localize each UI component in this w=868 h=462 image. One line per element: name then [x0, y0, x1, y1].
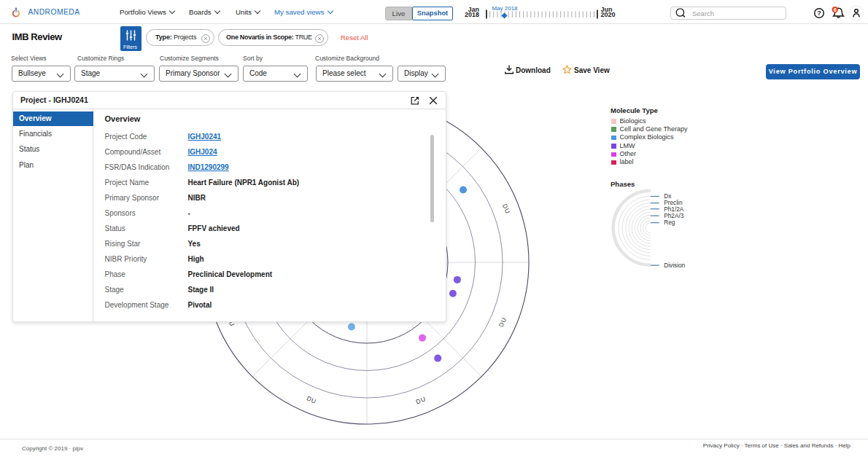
svg-text:Ph2A/3: Ph2A/3 — [664, 212, 684, 219]
svg-text:6: 6 — [834, 7, 837, 13]
svg-text:Reg: Reg — [664, 219, 675, 226]
svg-text:Division: Division — [664, 262, 685, 269]
svg-text:?: ? — [817, 9, 821, 17]
